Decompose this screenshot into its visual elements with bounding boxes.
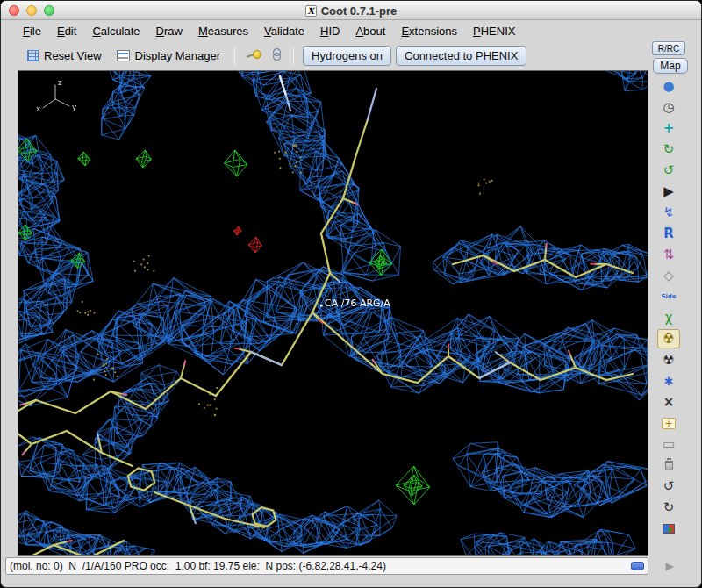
display-manager-mini-glyph xyxy=(663,524,675,534)
delete-item-glyph: ▭ xyxy=(663,438,675,451)
undo-glyph: ↺ xyxy=(663,480,675,493)
refine-residue-icon[interactable]: ☢ xyxy=(657,350,680,369)
add-alt-conf-glyph: ∗ xyxy=(663,375,675,388)
viewport[interactable]: CA /76 ARG/A xyxy=(18,70,648,556)
regularize-zone-glyph: ◇ xyxy=(663,269,674,283)
menu-edit[interactable]: Edit xyxy=(49,23,84,39)
side-toolbar: ●◷+↻↺▶↯R⇅◇Sideχ☢☢∗×+▭↺↻ xyxy=(654,76,684,552)
move-molecule-glyph: + xyxy=(663,122,675,135)
atom-label: CA /76 ARG/A xyxy=(325,298,390,309)
trash-icon[interactable] xyxy=(657,455,680,475)
toolbar-separator-1 xyxy=(234,47,235,65)
reset-view-label: Reset View xyxy=(44,49,102,62)
statusbar: (mol. no: 0) N /1/A/160 PRO occ: 1.00 bf… xyxy=(5,557,648,575)
x11-app-icon: X xyxy=(305,5,317,17)
refine-residue-glyph: ☢ xyxy=(663,354,674,367)
phenix-connection-button[interactable]: Connected to PHENIX xyxy=(396,46,526,66)
statusbar-expand-button[interactable]: ▶ xyxy=(657,556,682,576)
zoom-button[interactable] xyxy=(44,5,54,16)
rotate-translate-glyph: ↻ xyxy=(663,143,675,156)
run-script-glyph: ▶ xyxy=(663,185,674,198)
delete-item-icon[interactable]: ▭ xyxy=(657,434,680,454)
menu-hid[interactable]: HID xyxy=(312,23,347,39)
statusbar-scroll-thumb[interactable] xyxy=(631,562,644,570)
model-fit-refine-glyph: ☢ xyxy=(663,333,674,346)
auto-fit-rotamer-icon[interactable]: R xyxy=(657,224,680,243)
real-space-refine-icon[interactable]: ↯ xyxy=(657,203,680,222)
rrc-button[interactable]: R/RC xyxy=(652,41,685,55)
menubar: File Edit Calculate Draw Measures Valida… xyxy=(1,21,701,41)
redo-glyph: ↻ xyxy=(663,501,675,514)
add-terminal-residue-glyph: + xyxy=(662,418,675,429)
window-title-wrap: X Coot 0.7.1-pre xyxy=(1,1,701,20)
display-manager-mini-icon[interactable] xyxy=(657,519,680,538)
side-chain-flip-icon[interactable]: Side xyxy=(657,287,680,306)
mutate-residue-icon[interactable]: × xyxy=(657,392,680,412)
display-manager-label: Display Manager xyxy=(135,49,221,62)
pep-flip-icon[interactable]: ⇅ xyxy=(657,245,680,264)
reset-view-grid-icon xyxy=(27,50,39,61)
atom-pair-icon xyxy=(271,48,282,61)
menu-calculate[interactable]: Calculate xyxy=(84,23,147,39)
menu-measures[interactable]: Measures xyxy=(190,23,256,39)
display-manager-icon xyxy=(117,50,130,61)
pep-flip-glyph: ⇅ xyxy=(663,248,675,262)
auto-fit-rotamer-glyph: R xyxy=(663,227,674,240)
run-script-icon[interactable]: ▶ xyxy=(657,182,680,201)
close-button[interactable] xyxy=(9,5,19,16)
undo-icon[interactable]: ↺ xyxy=(657,477,680,496)
atom-pair-button[interactable] xyxy=(269,47,284,65)
add-terminal-residue-icon[interactable]: + xyxy=(657,413,680,433)
trash-glyph xyxy=(665,461,673,470)
map-button[interactable]: Map xyxy=(653,58,688,74)
edit-chi-angles-glyph: χ xyxy=(665,312,673,325)
torsion-general-glyph: ↺ xyxy=(663,164,675,177)
model-fit-refine-icon[interactable]: ☢ xyxy=(657,329,680,348)
display-manager-button[interactable]: Display Manager xyxy=(111,47,226,65)
move-molecule-icon[interactable]: + xyxy=(657,118,680,138)
traffic-lights xyxy=(9,5,54,16)
add-alt-conf-icon[interactable]: ∗ xyxy=(657,371,680,391)
gl-canvas[interactable] xyxy=(18,71,648,555)
menu-extensions[interactable]: Extensions xyxy=(393,23,465,39)
menu-file[interactable]: File xyxy=(15,23,49,39)
window-title: Coot 0.7.1-pre xyxy=(321,4,398,18)
toolbar: Reset View Display Manager Hydrogens on … xyxy=(1,41,650,70)
views-sphere-icon[interactable]: ● xyxy=(657,76,680,96)
menu-draw[interactable]: Draw xyxy=(148,23,190,39)
reset-view-button[interactable]: Reset View xyxy=(22,47,107,65)
status-text: (mol. no: 0) N /1/A/160 PRO occ: 1.00 bf… xyxy=(10,560,386,572)
rotate-translate-icon[interactable]: ↻ xyxy=(657,140,680,159)
redo-icon[interactable]: ↻ xyxy=(657,498,680,517)
menu-validate[interactable]: Validate xyxy=(256,23,312,39)
torsion-general-icon[interactable]: ↺ xyxy=(657,161,680,180)
mutate-residue-glyph: × xyxy=(663,396,675,409)
menu-about[interactable]: About xyxy=(347,23,393,39)
recentre-clock-icon[interactable]: ◷ xyxy=(657,97,680,117)
play-triangle-icon: ▶ xyxy=(665,560,673,572)
views-sphere-glyph: ● xyxy=(663,80,674,93)
go-to-atom-icon xyxy=(247,49,261,60)
hydrogens-toggle-button[interactable]: Hydrogens on xyxy=(303,46,391,66)
titlebar[interactable]: X Coot 0.7.1-pre xyxy=(1,1,701,20)
menu-phenix[interactable]: PHENIX xyxy=(465,23,523,39)
edit-chi-angles-icon[interactable]: χ xyxy=(657,308,680,327)
toolbar-separator-2 xyxy=(293,47,294,65)
minimize-button[interactable] xyxy=(26,5,37,16)
go-to-atom-button[interactable] xyxy=(244,47,264,64)
real-space-refine-glyph: ↯ xyxy=(663,206,675,219)
coot-window: X Coot 0.7.1-pre File Edit Calculate Dra… xyxy=(0,0,702,588)
side-chain-flip-glyph: Side xyxy=(661,294,676,300)
regularize-zone-icon[interactable]: ◇ xyxy=(657,266,680,285)
recentre-clock-glyph: ◷ xyxy=(663,101,674,114)
